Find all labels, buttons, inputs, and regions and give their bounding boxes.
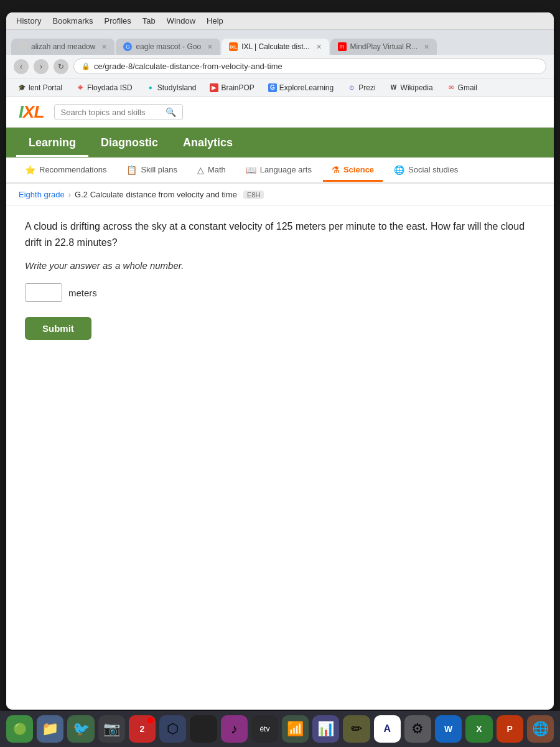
dock-excel[interactable]: X	[465, 715, 492, 743]
lock-icon: 🔒	[82, 62, 90, 70]
sub-nav: ⭐ Recommendations 📋 Skill plans △ Math 📖…	[6, 157, 554, 184]
tab-0-favicon	[19, 42, 27, 51]
dock-text-edit[interactable]: A	[374, 715, 401, 743]
dock-tv[interactable]: étv	[251, 715, 278, 743]
search-icon: 🔍	[166, 107, 176, 117]
dock-music[interactable]: ♪	[221, 715, 248, 743]
bookmark-prezi[interactable]: ⊙ Prezi	[343, 82, 379, 93]
tab-1-label: eagle mascot - Goo	[136, 42, 201, 51]
answer-row: meters	[25, 283, 535, 302]
tab-diagnostic[interactable]: Diagnostic	[88, 129, 170, 157]
bookmark-explorelearning[interactable]: G ExploreLearning	[264, 82, 337, 93]
tab-3[interactable]: m MindPlay Virtual R... ✕	[330, 39, 437, 55]
dock-wifi[interactable]: 📶	[282, 715, 309, 743]
tab-0-close[interactable]: ✕	[101, 43, 107, 51]
search-input[interactable]	[61, 108, 161, 117]
tab-0-label: alizah and meadow	[31, 42, 95, 51]
menu-bar: History Bookmarks Profiles Tab Window He…	[6, 12, 554, 30]
bookmark-floydada[interactable]: ❋ Floydada ISD	[72, 82, 136, 93]
wikipedia-icon: W	[390, 83, 398, 92]
tab-1-favicon: G	[123, 42, 132, 51]
forward-button[interactable]: ›	[34, 59, 49, 74]
dock-bird[interactable]: 🐦	[67, 715, 94, 743]
sub-nav-recommendations-label: Recommendations	[39, 165, 106, 174]
instruction-text: Write your answer as a whole number.	[25, 260, 535, 271]
menu-window[interactable]: Window	[167, 16, 195, 26]
tab-2-label: IXL | Calculate dist...	[241, 42, 309, 51]
skill-plans-icon: 📋	[126, 165, 137, 175]
main-nav: Learning Diagnostic Analytics	[6, 128, 554, 157]
dock-finder[interactable]: 🟢	[6, 715, 33, 743]
back-button[interactable]: ‹	[14, 59, 29, 74]
dock-web[interactable]: 🌐	[527, 715, 554, 743]
tab-3-favicon: m	[338, 42, 347, 51]
dock: 🟢 📁 🐦 📷 2 ⬡ ♪ étv 📶 📊 ✏ A ⚙ W X P 🌐	[0, 711, 560, 747]
breadcrumb-grade[interactable]: Eighth grade	[19, 190, 65, 199]
recommendations-icon: ⭐	[25, 165, 35, 175]
sub-nav-math[interactable]: △ Math	[189, 160, 235, 182]
tab-2-close[interactable]: ✕	[316, 43, 322, 51]
tab-1[interactable]: G eagle mascot - Goo ✕	[116, 39, 220, 55]
dock-nwea[interactable]: 2	[129, 715, 156, 743]
sub-nav-recommendations[interactable]: ⭐ Recommendations	[16, 160, 115, 182]
tab-diagnostic-label: Diagnostic	[101, 136, 158, 149]
tab-2-favicon: IXL	[229, 42, 238, 51]
dock-hex[interactable]: ⬡	[159, 715, 186, 743]
bookmark-brainpop-label: BrainPOP	[221, 83, 254, 92]
language-arts-icon: 📖	[246, 165, 256, 175]
dock-settings[interactable]: ⚙	[404, 715, 431, 743]
submit-button[interactable]: Submit	[25, 317, 91, 340]
refresh-button[interactable]: ↻	[54, 59, 68, 74]
bookmark-studyisland[interactable]: ● StudyIsland	[142, 82, 200, 93]
floydada-icon: ❋	[76, 83, 85, 92]
gmail-icon: ✉	[447, 83, 455, 92]
sub-nav-social-studies[interactable]: 🌐 Social studies	[385, 160, 467, 182]
sub-nav-science[interactable]: ⚗ Science	[323, 160, 383, 182]
portal-icon: 🎓	[17, 83, 26, 92]
dock-stats[interactable]: 📊	[312, 715, 339, 743]
search-bar[interactable]: 🔍	[54, 104, 183, 120]
bookmarks-bar: 🎓 lent Portal ❋ Floydada ISD ● StudyIsla…	[6, 78, 554, 97]
bookmark-explorelearning-label: ExploreLearning	[279, 83, 334, 92]
page-content: IXL 🔍 Learning Diagnostic Analytics ⭐ Re	[6, 97, 554, 710]
bookmark-studyisland-label: StudyIsland	[157, 83, 197, 92]
menu-help[interactable]: Help	[207, 16, 223, 26]
tab-2[interactable]: IXL IXL | Calculate dist... ✕	[222, 39, 329, 55]
math-icon: △	[197, 165, 204, 175]
bookmark-portal[interactable]: 🎓 lent Portal	[14, 82, 66, 93]
dock-powerpoint[interactable]: P	[497, 715, 523, 743]
menu-history[interactable]: History	[16, 16, 41, 26]
answer-unit: meters	[68, 288, 97, 298]
bookmark-brainpop[interactable]: ▶ BrainPOP	[206, 82, 258, 93]
question-text: A cloud is drifting across the sky at a …	[25, 218, 535, 250]
sub-nav-skill-plans[interactable]: 📋 Skill plans	[118, 160, 186, 182]
menu-bookmarks[interactable]: Bookmarks	[52, 16, 93, 26]
menu-profiles[interactable]: Profiles	[104, 16, 131, 26]
answer-input[interactable]	[25, 283, 62, 302]
prezi-icon: ⊙	[347, 83, 356, 92]
question-area: A cloud is drifting across the sky at a …	[6, 206, 554, 359]
tab-analytics[interactable]: Analytics	[170, 129, 245, 157]
sub-nav-language-arts[interactable]: 📖 Language arts	[237, 160, 320, 182]
tab-0[interactable]: alizah and meadow ✕	[11, 39, 114, 55]
dock-camera[interactable]: 📷	[98, 715, 125, 743]
address-bar[interactable]: 🔒 ce/grade-8/calculate-distance-from-vel…	[73, 59, 546, 74]
sub-nav-science-label: Science	[343, 165, 374, 174]
sub-nav-skill-plans-label: Skill plans	[141, 165, 177, 174]
tab-learning[interactable]: Learning	[16, 129, 88, 157]
brainpop-icon: ▶	[210, 83, 218, 92]
bookmark-gmail[interactable]: ✉ Gmail	[443, 82, 481, 93]
menu-tab[interactable]: Tab	[142, 16, 156, 26]
dock-files[interactable]: 📁	[37, 715, 63, 743]
dock-word[interactable]: W	[435, 715, 462, 743]
tab-3-close[interactable]: ✕	[424, 43, 429, 51]
science-icon: ⚗	[332, 165, 340, 175]
bookmark-wikipedia[interactable]: W Wikipedia	[386, 82, 437, 93]
tab-1-close[interactable]: ✕	[207, 43, 213, 51]
bookmark-wikipedia-label: Wikipedia	[401, 83, 433, 92]
address-area: ‹ › ↻ 🔒 ce/grade-8/calculate-distance-fr…	[6, 55, 554, 78]
dock-black[interactable]	[190, 715, 217, 743]
tab-bar: alizah and meadow ✕ G eagle mascot - Goo…	[6, 30, 554, 55]
studyisland-icon: ●	[146, 83, 155, 92]
dock-pencil[interactable]: ✏	[343, 715, 370, 743]
